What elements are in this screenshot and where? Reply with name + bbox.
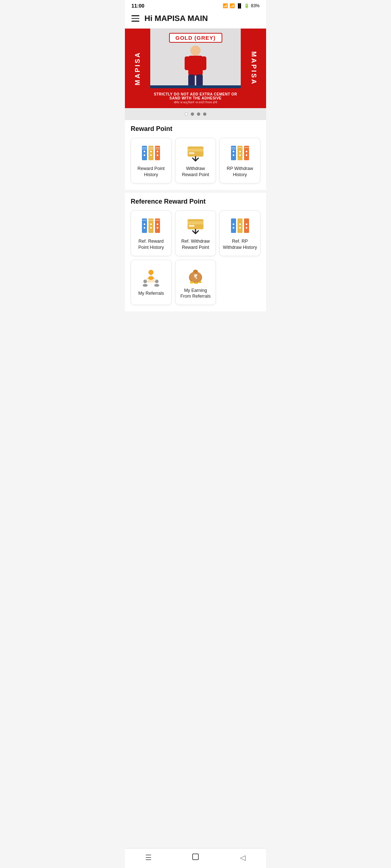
svg-point-62 (245, 227, 248, 229)
svg-point-10 (143, 154, 146, 156)
banner-warning-text: STRICTLY DO NOT ADD EXTRA CEMENT OR SAND… (150, 92, 241, 100)
reward-history-icon (141, 144, 161, 162)
rp-withdraw-history-icon (230, 144, 250, 162)
reference-cards-row1: Ref. Reward Point History Ref. Withdraw … (131, 210, 260, 256)
svg-point-33 (239, 154, 241, 156)
card-ref-rp-withdraw-history[interactable]: Ref. RP Withdraw History (219, 210, 260, 256)
svg-point-70 (148, 276, 154, 280)
card-my-referrals[interactable]: My Referrals (131, 260, 172, 305)
svg-point-20 (156, 154, 159, 156)
menu-button[interactable] (131, 15, 139, 22)
bluetooth-icon: 📶 (223, 3, 228, 8)
dot-4 (203, 112, 206, 116)
svg-point-67 (154, 284, 159, 287)
svg-rect-4 (188, 75, 195, 86)
battery-icon: 🔋 (244, 3, 249, 8)
svg-point-41 (143, 227, 146, 229)
reward-history-label: Reward Point History (134, 166, 168, 178)
svg-rect-27 (231, 149, 236, 149)
svg-rect-1 (188, 56, 203, 76)
card-my-earning[interactable]: ₹ My Earning From Referrals (175, 260, 216, 305)
svg-point-28 (232, 150, 235, 153)
banner-brand-right: MAPISA (241, 29, 266, 108)
svg-point-32 (239, 150, 241, 153)
svg-rect-23 (189, 152, 194, 154)
svg-point-29 (232, 154, 235, 156)
reward-section: Reward Point (125, 120, 266, 190)
svg-point-14 (150, 150, 152, 153)
ref-reward-history-icon (141, 217, 161, 235)
banner-wrapper: MAPISA MAPISA GOLD (GREY) STRICTLY DO NO… (125, 29, 266, 120)
banner-dots (125, 108, 266, 120)
svg-point-0 (190, 46, 201, 56)
svg-point-48 (156, 223, 159, 225)
svg-rect-22 (188, 149, 203, 152)
svg-rect-47 (155, 220, 160, 221)
svg-point-77 (198, 281, 202, 283)
reference-section: Reference Reward Point (125, 193, 266, 312)
ref-withdraw-reward-label: Ref. Withdraw Reward Point (178, 238, 213, 251)
my-referrals-label: My Referrals (138, 290, 164, 297)
svg-point-59 (239, 227, 241, 229)
svg-rect-3 (201, 56, 206, 70)
signal-icon: ▐▌ (236, 3, 243, 8)
card-ref-reward-history[interactable]: Ref. Reward Point History (131, 210, 172, 256)
banner-brand-left: MAPISA (125, 29, 150, 108)
my-earning-icon: ₹ (185, 266, 206, 284)
banner-image: MAPISA MAPISA GOLD (GREY) STRICTLY DO NO… (125, 29, 266, 108)
svg-text:₹: ₹ (194, 274, 198, 280)
svg-rect-74 (193, 271, 198, 273)
svg-point-40 (143, 223, 146, 225)
reward-cards-grid: Reward Point History Withdraw Reward Poi… (131, 138, 260, 183)
status-icons: 📶 📶 ▐▌ 🔋 83% (223, 3, 260, 8)
svg-rect-12 (149, 147, 153, 148)
svg-rect-52 (189, 225, 194, 227)
svg-rect-5 (196, 75, 203, 86)
svg-rect-18 (155, 149, 160, 149)
svg-point-15 (150, 154, 152, 156)
bottom-spacer (125, 314, 266, 336)
reference-cards-row2: My Referrals ₹ (131, 260, 260, 305)
svg-rect-2 (185, 56, 190, 70)
header-title: Hi MAPISA MAIN (144, 14, 208, 23)
card-rp-withdraw-history[interactable]: RP Withdraw History (219, 138, 260, 183)
my-referrals-icon (141, 269, 161, 287)
svg-rect-7 (142, 147, 147, 148)
svg-point-49 (156, 227, 159, 229)
dot-1 (185, 112, 188, 116)
svg-rect-26 (231, 147, 236, 148)
svg-rect-8 (142, 149, 147, 149)
svg-point-44 (150, 223, 152, 225)
svg-point-61 (245, 223, 248, 225)
svg-rect-51 (188, 221, 203, 224)
banner-product-name: GOLD (GREY) (169, 33, 222, 43)
banner-warning-subtext: सीमेंट या बालू मिलाने पर वारंटी निरस्त ह… (174, 101, 218, 105)
card-reward-history[interactable]: Reward Point History (131, 138, 172, 183)
svg-point-37 (245, 154, 248, 156)
dot-2 (191, 112, 194, 116)
svg-rect-54 (231, 218, 236, 233)
card-ref-withdraw-reward[interactable]: Ref. Withdraw Reward Point (175, 210, 216, 256)
svg-rect-35 (244, 147, 249, 148)
status-bar: 11:00 📶 📶 ▐▌ 🔋 83% (125, 0, 266, 10)
svg-point-19 (156, 150, 159, 153)
svg-point-36 (245, 150, 248, 153)
battery-percent: 83% (251, 3, 260, 8)
svg-rect-60 (244, 218, 249, 233)
ref-rp-withdraw-history-label: Ref. RP Withdraw History (223, 238, 257, 251)
ref-reward-history-label: Ref. Reward Point History (134, 238, 168, 251)
withdraw-reward-icon (185, 144, 206, 162)
card-withdraw-reward[interactable]: Withdraw Reward Point (175, 138, 216, 183)
svg-point-9 (143, 150, 146, 153)
ref-withdraw-reward-icon (185, 217, 206, 235)
svg-rect-39 (142, 220, 147, 221)
svg-rect-57 (237, 218, 243, 233)
svg-point-56 (232, 227, 235, 229)
svg-point-45 (150, 227, 152, 229)
ref-rp-withdraw-history-icon (230, 217, 250, 235)
svg-rect-31 (238, 147, 242, 148)
dot-3 (197, 112, 200, 116)
reward-section-title: Reward Point (131, 125, 260, 133)
svg-point-65 (143, 284, 148, 287)
svg-rect-13 (149, 149, 153, 149)
